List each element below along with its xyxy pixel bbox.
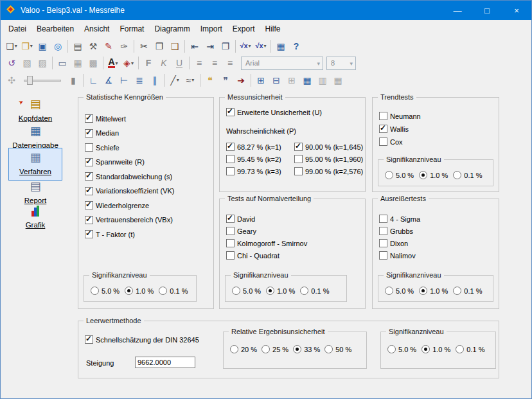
checkbox-control[interactable] <box>379 137 387 146</box>
checkbox-control[interactable] <box>85 129 93 137</box>
checkbox-control[interactable] <box>294 143 303 151</box>
dropdown-arrow-icon[interactable]: ▾ <box>131 60 134 66</box>
web-preview-button[interactable]: ◎ <box>50 39 66 53</box>
checkbox-control[interactable] <box>85 114 93 123</box>
radio-control[interactable] <box>385 287 393 295</box>
radio-1-0[interactable]: 1.0 % <box>421 345 450 353</box>
checkbox-control[interactable] <box>379 227 387 235</box>
radio-control[interactable] <box>385 171 393 179</box>
radio-control[interactable] <box>125 287 133 295</box>
radio-1-0[interactable]: 1.0 % <box>125 287 154 295</box>
checkbox-control[interactable] <box>226 108 235 116</box>
checkbox-mittelwert[interactable]: Mittelwert <box>85 114 213 123</box>
checkbox-wiederholgrenze[interactable]: Wiederholgrenze <box>85 201 213 209</box>
radio-control[interactable] <box>300 287 308 295</box>
checkbox-dixon[interactable]: Dixon <box>379 239 499 247</box>
radio-0-1[interactable]: 0.1 % <box>453 171 482 179</box>
print-setup-button[interactable]: ⚒ <box>85 39 101 53</box>
maximize-button[interactable]: □ <box>472 1 502 20</box>
dropdown-arrow-icon[interactable]: ▾ <box>249 43 251 49</box>
radio-5-0[interactable]: 5.0 % <box>232 287 261 295</box>
checkbox-95-45-k-2[interactable]: 95.45 % (k=2) <box>226 155 292 163</box>
checkbox-control[interactable] <box>379 251 387 260</box>
radio-5-0[interactable]: 5.0 % <box>385 287 414 295</box>
menu-item-bearbeiten[interactable]: Bearbeiten <box>31 21 79 37</box>
checkbox-control[interactable] <box>85 143 93 152</box>
checkbox-control[interactable] <box>379 112 387 120</box>
radio-control[interactable] <box>387 345 396 353</box>
table-rows-button[interactable]: ⊟ <box>269 73 284 87</box>
new-document-button[interactable]: ❏▾ <box>4 39 19 53</box>
menu-item-ansicht[interactable]: Ansicht <box>79 21 114 37</box>
keyboard-button[interactable]: ▦ <box>273 39 288 53</box>
table-grid-button[interactable]: ⊞ <box>253 73 269 87</box>
checkbox-control[interactable] <box>226 215 235 223</box>
fill-color-button[interactable]: ◈▾ <box>121 56 136 71</box>
insert-frame-button[interactable]: ▭ <box>55 56 70 71</box>
dropdown-arrow-icon[interactable]: ▾ <box>264 43 267 49</box>
axis-scale-button[interactable]: ∡ <box>101 73 116 87</box>
radio-control[interactable] <box>266 287 274 295</box>
checkbox-nalimov[interactable]: Nalimov <box>379 251 499 260</box>
checkbox-neumann[interactable]: Neumann <box>379 112 499 120</box>
checkbox-wallis[interactable]: Wallis <box>379 125 499 133</box>
font-size-select[interactable]: 8 <box>326 57 356 70</box>
checkbox-david[interactable]: David <box>226 215 365 223</box>
checkbox-kolmogoroff-smirnov[interactable]: Kolmogoroff - Smirnov <box>226 239 365 247</box>
menu-item-hilfe[interactable]: Hilfe <box>260 21 285 37</box>
sidebar-item-kopfdaten[interactable]: ▤➤ Kopfdaten <box>8 98 62 123</box>
radio-control[interactable] <box>421 345 430 353</box>
sidebar-item-dateneingabe[interactable]: ▦ Dateneingabe <box>8 125 62 150</box>
checkbox-68-27-k-1[interactable]: 68.27 % (k=1) <box>226 143 292 151</box>
checkbox-99-73-k-3[interactable]: 99.73 % (k=3) <box>226 167 292 175</box>
comment-bubble-button[interactable]: ❞ <box>218 73 233 87</box>
checkbox-control[interactable] <box>294 155 303 163</box>
sidebar-item-grafik[interactable]: Grafik <box>8 204 62 230</box>
checkbox-control[interactable] <box>226 251 235 260</box>
checkbox-control[interactable] <box>85 201 93 209</box>
arrow-button[interactable]: ➔ <box>233 73 249 87</box>
menu-item-datei[interactable]: Datei <box>3 21 31 37</box>
radio-25[interactable]: 25 % <box>262 345 288 353</box>
checkbox-control[interactable] <box>379 215 387 223</box>
checkbox-control[interactable] <box>226 227 235 235</box>
copy-button[interactable]: ❐ <box>152 39 167 53</box>
checkbox-schnellsch-tzung-der-din-32645[interactable]: Schnellschätzung der DIN 32645 <box>85 335 199 344</box>
dropdown-arrow-icon[interactable]: ▾ <box>15 43 17 49</box>
radio-control[interactable] <box>453 171 461 179</box>
radio-control[interactable] <box>230 345 238 353</box>
checkbox-control[interactable] <box>226 155 235 163</box>
radio-control[interactable] <box>293 345 301 353</box>
radio-1-0[interactable]: 1.0 % <box>419 171 448 179</box>
sidebar-item-report[interactable]: ▤ Report <box>8 180 62 206</box>
radio-control[interactable] <box>324 345 333 353</box>
font-color-button[interactable]: A▾ <box>105 56 121 71</box>
data-table-button[interactable]: ▦ <box>299 73 315 87</box>
checkbox-95-00-k-1-960[interactable]: 95.00 % (k=1,960) <box>294 155 363 163</box>
checkbox-cox[interactable]: Cox <box>379 137 499 146</box>
checkbox-control[interactable] <box>226 167 235 175</box>
radio-1-0[interactable]: 1.0 % <box>266 287 295 295</box>
checkbox-control[interactable] <box>85 158 93 166</box>
radio-0-1[interactable]: 0.1 % <box>453 287 482 295</box>
menu-item-import[interactable]: Import <box>195 21 227 37</box>
radio-5-0[interactable]: 5.0 % <box>385 171 414 179</box>
help-button[interactable]: ? <box>288 39 304 53</box>
checkbox-variationskoeffizient-vk[interactable]: Variationskoeffizient (VK) <box>85 187 213 195</box>
radio-5-0[interactable]: 5.0 % <box>91 287 120 295</box>
sidebar-item-verfahren[interactable]: ▦ Verfahren <box>8 148 62 181</box>
print-button[interactable]: ▤ <box>70 39 85 53</box>
radio-0-1[interactable]: 0.1 % <box>456 345 484 353</box>
paste-button[interactable]: ❑ <box>167 39 182 53</box>
dropdown-arrow-icon[interactable]: ▾ <box>116 60 118 66</box>
checkbox-spannweite-r[interactable]: Spannweite (R) <box>85 158 213 166</box>
edit-pen-button[interactable]: ✎ <box>101 39 116 53</box>
checkbox-control[interactable] <box>294 167 303 175</box>
checkbox-control[interactable] <box>226 143 235 151</box>
checkbox-control[interactable] <box>85 230 93 238</box>
checkbox-t-faktor-t[interactable]: T - Faktor (t) <box>85 230 213 238</box>
copy-data-button[interactable]: ❐ <box>218 39 233 53</box>
radio-control[interactable] <box>159 287 167 295</box>
minimize-button[interactable]: — <box>443 1 472 20</box>
radio-20[interactable]: 20 % <box>230 345 257 353</box>
